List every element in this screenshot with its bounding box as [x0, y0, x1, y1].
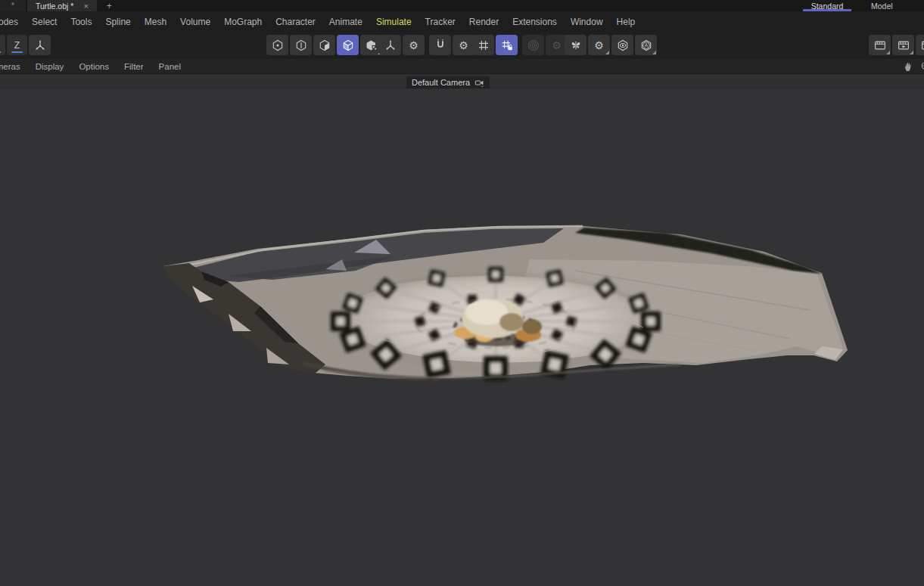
gear-icon: ⚙ [594, 40, 604, 51]
layout-switcher: Standard Model [785, 0, 924, 11]
workplane-button[interactable] [472, 35, 494, 55]
modeling-axis-button[interactable] [379, 35, 401, 55]
document-tab[interactable]: Turtle.obj * × [27, 0, 97, 11]
grid-icon [477, 39, 490, 52]
gear-icon: ⚙ [409, 40, 418, 51]
active-camera-selector[interactable]: Default Camera [406, 76, 490, 88]
layout-tab-standard[interactable]: Standard [785, 0, 870, 11]
vp-menu-panel[interactable]: Panel [151, 62, 188, 71]
axis-lock-y-button[interactable]: Y [0, 35, 5, 55]
menu-mograph[interactable]: MoGraph [217, 17, 269, 27]
gear-icon: ⚙ [552, 40, 562, 51]
background-document-tab[interactable]: * [0, 0, 26, 11]
menu-volume[interactable]: Volume [173, 17, 217, 27]
hexagon-a-icon [639, 39, 653, 52]
viewport-3d[interactable] [0, 89, 924, 586]
pan-hand-icon[interactable] [903, 60, 915, 73]
vp-menu-cameras[interactable]: Cameras [0, 62, 28, 71]
menu-select[interactable]: Select [25, 17, 64, 27]
viewport-header: Default Camera [0, 73, 924, 89]
hexagon-eye-icon [616, 39, 630, 52]
gear-icon: ⚙ [459, 40, 468, 51]
vp-menu-filter[interactable]: Filter [117, 62, 151, 71]
vp-menu-options[interactable]: Options [71, 62, 117, 71]
document-tab-label: Turtle.obj * [36, 2, 73, 11]
menu-modes[interactable]: Modes [0, 17, 25, 27]
render-frame-icon [873, 39, 887, 52]
menu-character[interactable]: Character [269, 17, 322, 27]
workplane-lock-button[interactable] [496, 35, 518, 55]
menu-simulate[interactable]: Simulate [369, 17, 418, 27]
polygon-mode-button[interactable] [313, 35, 335, 55]
polygon-mode-icon [318, 39, 331, 52]
texture-mode-icon [365, 39, 378, 52]
concentric-rings-icon [527, 39, 540, 52]
axis-tool-icon [384, 39, 397, 52]
snap-settings-button[interactable]: ⚙ [453, 35, 474, 55]
zoom-tool-icon[interactable] [919, 60, 924, 72]
menu-animate[interactable]: Animate [322, 17, 369, 27]
edge-mode-button[interactable] [290, 35, 312, 55]
render-play-icon [897, 39, 910, 52]
camera-icon [474, 78, 484, 88]
symmetry-button[interactable] [565, 35, 586, 55]
close-tab-icon[interactable]: × [83, 2, 88, 11]
grid-lock-icon [500, 39, 514, 52]
points-mode-icon [271, 39, 285, 52]
layout-tab-model[interactable]: Model [870, 0, 924, 11]
render-settings-button[interactable] [916, 35, 924, 55]
model-mode-button[interactable] [337, 35, 359, 55]
menu-extensions[interactable]: Extensions [506, 17, 564, 27]
symmetry-settings-button[interactable]: ⚙ [588, 35, 610, 55]
render-picture-viewer-button[interactable] [892, 35, 914, 55]
viewport-menubar: Cameras Display Options Filter Panel [0, 59, 924, 73]
render-view-button[interactable] [869, 35, 891, 55]
magnet-icon [434, 39, 447, 52]
axis-z-label: Z [14, 40, 20, 51]
annotate-button[interactable] [635, 35, 657, 55]
model-mode-icon [341, 39, 355, 52]
render-gear-icon [920, 39, 924, 52]
falloff-button[interactable] [522, 35, 544, 55]
coordinate-system-button[interactable] [29, 35, 51, 55]
axis-lock-z-button[interactable]: Z [7, 35, 27, 55]
modeling-axis-icon [33, 39, 47, 52]
vp-menu-display[interactable]: Display [28, 62, 72, 71]
menu-spline[interactable]: Spline [98, 17, 137, 27]
camera-label: Default Camera [412, 78, 470, 87]
toolbar: Y Z ⚙ ⚙ ⚙ ⚙ [0, 32, 924, 59]
menu-window[interactable]: Window [564, 17, 610, 27]
points-mode-button[interactable] [266, 35, 288, 55]
tab-bar: * Turtle.obj * × + Standard Model [0, 0, 924, 11]
menu-mesh[interactable]: Mesh [138, 17, 173, 27]
menu-help[interactable]: Help [610, 17, 642, 27]
new-tab-button[interactable]: + [97, 0, 122, 11]
menu-tracker[interactable]: Tracker [418, 17, 462, 27]
snap-button[interactable] [429, 35, 451, 55]
scan-mesh-canvas[interactable] [0, 89, 924, 586]
axis-settings-button[interactable]: ⚙ [403, 35, 425, 55]
menu-render[interactable]: Render [462, 17, 506, 27]
menu-tools[interactable]: Tools [64, 17, 98, 27]
viewport-solo-button[interactable] [611, 35, 633, 55]
edge-mode-icon [294, 39, 308, 52]
main-menubar: Modes Select Tools Spline Mesh Volume Mo… [0, 11, 924, 32]
butterfly-symmetry-icon [569, 39, 583, 52]
